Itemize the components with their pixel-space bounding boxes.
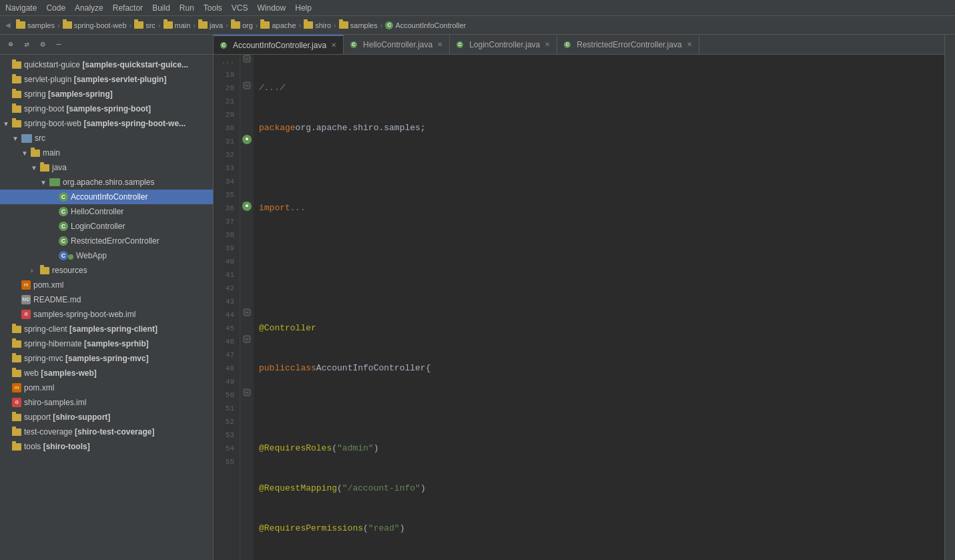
menu-item-vcs[interactable]: VCS [232, 3, 248, 13]
toolbar-btn-layout[interactable]: ⇄ [20, 38, 33, 51]
menu-item-code[interactable]: Code [46, 3, 65, 13]
breakpoint-icon-37: ● [242, 202, 252, 211]
menu-item-build[interactable]: Build [152, 3, 170, 13]
sidebar-item-spring-boot-web[interactable]: ▼ spring-boot-web [samples-spring-boot-w… [0, 116, 213, 131]
breadcrumb-item-samples[interactable]: samples [16, 21, 55, 29]
fold-icon-52[interactable]: − [243, 388, 251, 399]
sidebar-item-main[interactable]: ▼ main [0, 146, 213, 160]
svg-text:−: − [245, 310, 248, 316]
folder-icon [16, 21, 25, 29]
code-content[interactable]: /.../ package org.apache.shiro.samples; … [254, 55, 944, 560]
sidebar-item-readme[interactable]: MD README.md [0, 292, 213, 307]
breadcrumb-item-src[interactable]: src [134, 21, 155, 29]
toolbar-btn-minimize[interactable]: — [52, 38, 65, 51]
sidebar-item-pkg[interactable]: ▼ org.apache.shiro.samples [0, 175, 213, 190]
svg-text:−: − [245, 83, 248, 89]
pom-icon: m [12, 383, 21, 392]
sidebar-item-src[interactable]: ▼ src [0, 131, 213, 146]
sidebar-item-test-coverage[interactable]: test-coverage [shiro-test-coverage] [0, 425, 213, 439]
class-icon: C [59, 207, 68, 216]
breadcrumb-item-samples2[interactable]: samples [339, 21, 378, 29]
menu-bar: Navigate Code Analyze Refactor Build Run… [0, 0, 955, 16]
menu-item-analyze[interactable]: Analyze [75, 3, 103, 13]
breadcrumb-item-shiro[interactable]: shiro [304, 21, 331, 29]
sidebar-item-restrictederrorcontroller[interactable]: C RestrictedErrorController [0, 234, 213, 248]
tab-restrictederrorcontroller[interactable]: C RestrictedErrorController.java ✕ [557, 35, 699, 55]
sidebar-item-quickstart-guice[interactable]: quickstart-guice [samples-quickstart-gui… [0, 57, 213, 72]
menu-item-navigate[interactable]: Navigate [5, 3, 37, 13]
menu-item-help[interactable]: Help [295, 3, 312, 13]
sidebar-item-iml[interactable]: ⚙ samples-spring-boot-web.iml [0, 307, 213, 322]
folder-icon [12, 120, 21, 127]
sidebar-item-logincontroller[interactable]: C LoginController [0, 219, 213, 234]
sidebar-item-webapp[interactable]: C WebApp [0, 248, 213, 263]
sidebar-item-hellocontroller[interactable]: C HelloController [0, 204, 213, 219]
folder-icon [260, 21, 270, 29]
fold-icon-47[interactable]: − [243, 335, 251, 346]
breadcrumb-item-accountinfocontroller[interactable]: C AccountInfoController [385, 21, 466, 29]
sidebar-item-shiro-iml[interactable]: ⚙ shiro-samples.iml [0, 395, 213, 410]
fold-icon-1[interactable]: − [243, 55, 251, 65]
breadcrumb-item-apache[interactable]: apache [260, 21, 296, 29]
folder-icon [12, 76, 21, 83]
toolbar-btn-globe[interactable]: ⊕ [4, 38, 17, 51]
sidebar-item-spring-boot[interactable]: spring-boot [samples-spring-boot] [0, 101, 213, 116]
iml-icon: ⚙ [12, 398, 21, 407]
folder-icon [63, 21, 72, 29]
menu-item-window[interactable]: Window [258, 3, 286, 13]
sidebar-item-support[interactable]: support [shiro-support] [0, 410, 213, 425]
sidebar-toolbar: ⊕ ⇄ ⚙ — [0, 35, 213, 55]
sidebar-item-spring[interactable]: spring [samples-spring] [0, 87, 213, 101]
menu-item-refactor[interactable]: Refactor [113, 3, 143, 13]
code-line-34: @RequiresRoles("admin") [259, 442, 939, 455]
sidebar-item-servlet-plugin[interactable]: servlet-plugin [samples-servlet-plugin] [0, 72, 213, 87]
webapp-class-icon: C [59, 251, 68, 260]
folder-icon [40, 164, 49, 172]
sidebar-item-root-pom[interactable]: m pom.xml [0, 380, 213, 395]
sidebar-item-spring-hibernate[interactable]: spring-hibernate [samples-sprhib] [0, 336, 213, 351]
breadcrumb-item-spring-boot-web[interactable]: spring-boot-web [63, 21, 127, 29]
md-icon: MD [21, 295, 31, 304]
folder-icon [12, 355, 21, 362]
tab-close-restricted[interactable]: ✕ [687, 41, 692, 48]
src-folder-icon [21, 134, 32, 143]
sidebar-item-pom-xml[interactable]: m pom.xml [0, 278, 213, 292]
folder-icon [304, 21, 313, 29]
fold-icon-45[interactable]: − [243, 308, 251, 319]
svg-text:−: − [245, 336, 248, 343]
right-toolbar [944, 35, 955, 560]
pom-icon: m [21, 280, 31, 290]
tab-close-accountinfo[interactable]: ✕ [331, 41, 336, 49]
sidebar-item-tools[interactable]: tools [shiro-tools] [0, 439, 213, 454]
breadcrumb-item-org[interactable]: org [231, 21, 253, 29]
folder-icon [12, 91, 21, 98]
code-editor[interactable]: ... 19 20 21 29 30 31 32 33 34 35 36 37 … [214, 55, 944, 560]
tab-class-icon: C [564, 41, 571, 48]
breadcrumb-item-main[interactable]: main [164, 21, 191, 29]
tab-hellocontroller[interactable]: C HelloController.java ✕ [344, 35, 450, 55]
sidebar-item-web[interactable]: web [samples-web] [0, 366, 213, 380]
toolbar-btn-settings[interactable]: ⚙ [36, 38, 49, 51]
class-icon: C [385, 21, 393, 29]
menu-item-run[interactable]: Run [180, 3, 194, 13]
iml-icon: ⚙ [21, 310, 31, 319]
folder-icon [339, 21, 348, 29]
sidebar-item-accountinfocontroller[interactable]: C AccountInfoController [0, 190, 213, 204]
sidebar: ⊕ ⇄ ⚙ — quickstart-guice [samples-quicks… [0, 35, 214, 560]
code-line-29 [259, 242, 939, 255]
folder-icon [231, 21, 240, 29]
fold-icon-import[interactable]: − [243, 81, 251, 92]
sidebar-item-resources[interactable]: › resources [0, 263, 213, 278]
breadcrumb-item-java[interactable]: java [198, 21, 223, 29]
tab-accountinfocontroller[interactable]: C AccountInfoController.java ✕ [214, 35, 344, 55]
sidebar-item-java[interactable]: ▼ java [0, 160, 213, 175]
tab-close-login[interactable]: ✕ [545, 41, 550, 48]
sidebar-item-spring-client[interactable]: spring-client [samples-spring-client] [0, 322, 213, 336]
sidebar-item-spring-mvc[interactable]: spring-mvc [samples-spring-mvc] [0, 351, 213, 366]
code-line-31: @Controller [259, 322, 939, 335]
folder-icon [40, 267, 49, 274]
tab-close-hello[interactable]: ✕ [437, 41, 442, 48]
tab-logincontroller[interactable]: C LoginController.java ✕ [450, 35, 557, 55]
gutter: − − ● − ● − − [240, 55, 254, 560]
menu-item-tools[interactable]: Tools [204, 3, 222, 13]
